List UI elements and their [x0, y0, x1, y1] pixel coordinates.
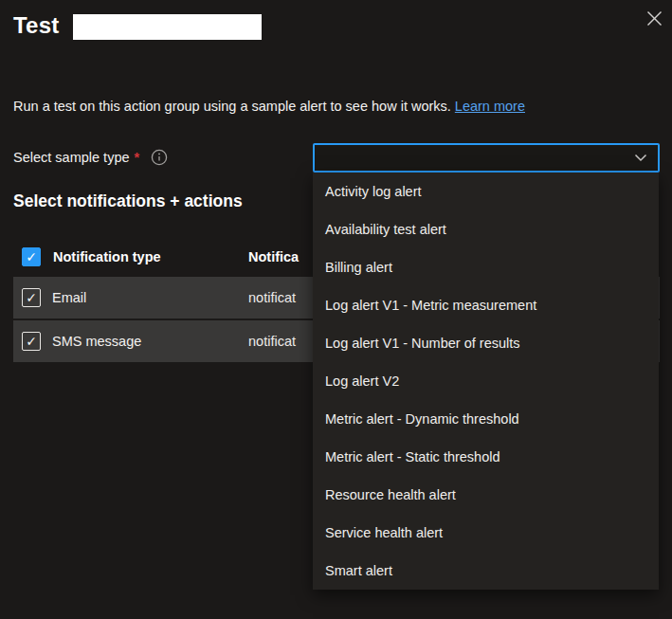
dropdown-option[interactable]: Billing alert — [313, 248, 659, 286]
notifications-section-heading: Select notifications + actions — [13, 191, 243, 211]
info-icon[interactable] — [151, 149, 168, 166]
dropdown-option-label: Billing alert — [325, 260, 392, 275]
test-action-group-dialog: Test Run a test on this action group usi… — [0, 0, 672, 619]
column-header-notification-type: Notification type — [53, 249, 161, 264]
dropdown-option[interactable]: Metric alert - Static threshold — [313, 438, 659, 476]
intro-sentence: Run a test on this action group using a … — [13, 99, 451, 114]
dropdown-option[interactable]: Smart alert — [313, 552, 659, 590]
dropdown-option-label: Smart alert — [325, 563, 392, 578]
dropdown-option-label: Log alert V2 — [325, 373, 399, 389]
dropdown-option-label: Metric alert - Static threshold — [325, 449, 500, 464]
cell-notification-type: SMS message — [52, 334, 141, 349]
dropdown-option-label: Log alert V1 - Number of results — [325, 336, 520, 351]
dropdown-option[interactable]: Service health alert — [313, 514, 659, 552]
select-all-checkbox[interactable]: ✓ — [22, 247, 41, 266]
redacted-action-group-name — [73, 14, 262, 40]
dropdown-option[interactable]: Metric alert - Dynamic threshold — [313, 400, 659, 438]
dropdown-option-label: Metric alert - Dynamic threshold — [325, 411, 519, 427]
dropdown-option-label: Availability test alert — [325, 222, 446, 237]
column-header-notification-name: Notifica — [248, 249, 299, 264]
cell-notification-name: notificat — [248, 290, 296, 305]
close-icon — [645, 9, 663, 27]
dropdown-option-label: Service health alert — [325, 525, 443, 540]
sample-type-label-row: Select sample type * — [13, 148, 168, 167]
dropdown-option[interactable]: Availability test alert — [313, 210, 659, 248]
sample-type-options-flyout: Activity log alert Availability test ale… — [313, 173, 659, 590]
dropdown-option[interactable]: Log alert V2 — [313, 362, 659, 400]
dropdown-option[interactable]: Log alert V1 - Number of results — [313, 324, 659, 362]
dropdown-option-label: Log alert V1 - Metric measurement — [325, 298, 536, 313]
dropdown-option[interactable]: Log alert V1 - Metric measurement — [313, 286, 659, 324]
required-asterisk: * — [135, 150, 140, 165]
dropdown-option-label: Resource health alert — [325, 487, 456, 502]
sample-type-label: Select sample type — [13, 150, 130, 165]
cell-notification-name: notificat — [248, 334, 296, 349]
dropdown-option[interactable]: Activity log alert — [313, 173, 659, 210]
dropdown-option[interactable]: Resource health alert — [313, 476, 659, 514]
row-checkbox[interactable]: ✓ — [22, 332, 41, 351]
dialog-header: Test — [13, 10, 659, 41]
page-title: Test — [13, 12, 59, 39]
cell-notification-type: Email — [52, 290, 86, 305]
close-button[interactable] — [644, 8, 664, 28]
sample-type-dropdown[interactable] — [313, 143, 660, 173]
row-checkbox[interactable]: ✓ — [22, 288, 41, 307]
learn-more-link[interactable]: Learn more — [455, 99, 525, 114]
dropdown-option-label: Activity log alert — [325, 184, 422, 199]
chevron-down-icon — [634, 154, 647, 162]
intro-text: Run a test on this action group using a … — [13, 99, 525, 114]
